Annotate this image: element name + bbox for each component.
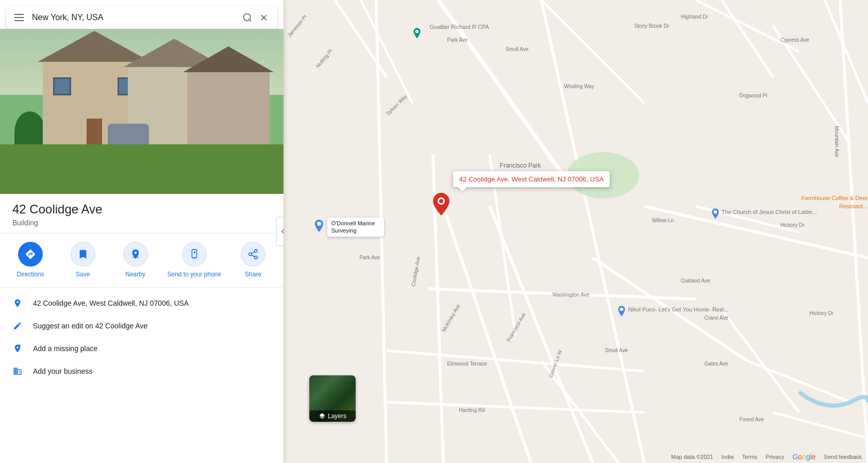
map-panel[interactable]: Sylvan Way Park Ave Coolidge Ave McKinle… [283,0,868,463]
nearby-icon-circle [123,242,148,267]
nikol-label: Nikol Puco- Let's Get You Home- Real... [628,306,705,313]
place-info: 42 Coolidge Ave Building [0,194,283,234]
search-input[interactable] [32,13,242,22]
svg-point-7 [249,253,252,256]
layers-label: Layers [328,412,346,420]
svg-point-41 [620,307,624,311]
share-icon-circle [241,242,265,267]
suggest-edit-item[interactable]: Suggest an edit on 42 Coolidge Ave [0,315,283,337]
svg-point-4 [135,252,136,254]
menu-button[interactable] [14,14,24,21]
search-icon[interactable] [242,12,253,23]
nearby-button[interactable]: Nearby [115,242,156,279]
directions-label: Directions [16,271,44,279]
callout-text: 42 Coolidge Ave, West Caldwell, NJ 07006… [459,175,604,183]
map-bottom-bar: Map data ©2021 India Terms Privacy Googl… [665,451,868,463]
svg-point-40 [713,210,717,214]
church-marker[interactable]: The Church of Jesus Christ of Latter... [710,208,789,221]
add-business-item[interactable]: Add your business [0,360,283,383]
svg-point-43 [439,199,443,203]
svg-point-38 [415,30,419,34]
main-location-pin[interactable] [432,193,450,218]
left-panel: 42 Coolidge Ave Building Directions Save [0,0,283,463]
farmhouse-label[interactable]: Farmhouse Coffee & Deer Resistant... [790,194,867,210]
privacy-link[interactable]: Privacy [765,454,784,460]
layers-button[interactable]: Layers [309,375,356,422]
farmhouse-text: Farmhouse Coffee & Deer Resistant... [802,195,867,209]
church-label: The Church of Jesus Christ of Latter... [722,208,789,216]
directions-icon-circle [18,242,43,267]
search-icons [242,12,269,23]
send-to-phone-label: Send to your phone [167,271,221,279]
address-item[interactable]: 42 Coolidge Ave, West Caldwell, NJ 07006… [0,292,283,315]
location-icon [12,298,23,308]
svg-line-9 [252,255,255,257]
svg-point-8 [255,256,258,259]
map-data-text: Map data ©2021 [671,454,713,460]
address-text: 42 Coolidge Ave, West Caldwell, NJ 07006… [33,299,189,307]
street-view-image[interactable] [0,29,283,194]
nearby-label: Nearby [125,271,145,279]
send-feedback-link[interactable]: Send feedback [824,454,862,460]
india-link[interactable]: India [722,454,734,460]
add-business-text: Add your business [33,367,92,375]
svg-point-6 [255,250,258,253]
add-location-icon [12,343,23,354]
suggest-edit-text: Suggest an edit on 42 Coolidge Ave [33,322,147,330]
map-background: Sylvan Way Park Ave Coolidge Ave McKinle… [283,0,868,463]
terms-link[interactable]: Terms [742,454,757,460]
share-button[interactable]: Share [232,242,274,279]
close-icon[interactable] [259,12,269,23]
nikol-marker[interactable]: Nikol Puco- Let's Get You Home- Real... [616,306,705,318]
share-label: Share [245,271,261,279]
add-missing-place-text: Add a missing place [33,344,97,353]
directions-button[interactable]: Directions [10,242,51,279]
svg-line-10 [252,252,255,254]
business-icon [12,366,23,376]
action-buttons: Directions Save Nearby [0,234,283,288]
google-logo: Google [792,453,815,461]
map-callout[interactable]: 42 Coolidge Ave, West Caldwell, NJ 07006… [453,171,610,187]
svg-rect-5 [192,250,196,258]
save-label: Save [76,271,90,279]
info-list: 42 Coolidge Ave, West Caldwell, NJ 07006… [0,288,283,387]
place-name: 42 Coolidge Ave [12,202,271,217]
edit-icon [12,321,23,331]
svg-line-1 [249,20,252,22]
svg-point-0 [244,14,251,21]
add-missing-place-item[interactable]: Add a missing place [0,337,283,360]
save-button[interactable]: Save [62,242,104,279]
svg-point-39 [317,222,321,226]
collapse-panel-button[interactable] [276,217,283,246]
send-to-phone-icon-circle [182,242,207,267]
odonnell-marker[interactable]: O'Donnell Marine Surveying [313,218,384,237]
save-icon-circle [71,242,95,267]
send-to-phone-button[interactable]: Send to your phone [167,242,221,279]
gualtier-marker[interactable] [412,28,422,42]
place-type: Building [12,219,271,227]
search-bar [6,6,277,29]
layers-icon [319,412,326,420]
